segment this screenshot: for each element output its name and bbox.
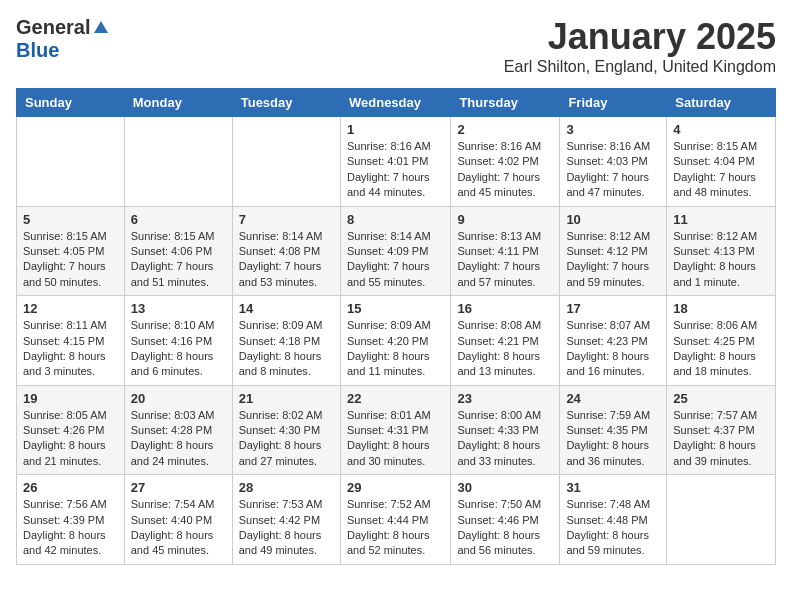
logo: General Blue [16,16,110,62]
header-day-saturday: Saturday [667,89,776,117]
day-info: Sunrise: 8:09 AM Sunset: 4:20 PM Dayligh… [347,318,444,380]
day-number: 30 [457,480,553,495]
calendar-cell: 15Sunrise: 8:09 AM Sunset: 4:20 PM Dayli… [340,296,450,386]
day-number: 6 [131,212,226,227]
day-info: Sunrise: 7:48 AM Sunset: 4:48 PM Dayligh… [566,497,660,559]
day-number: 9 [457,212,553,227]
calendar-cell: 4Sunrise: 8:15 AM Sunset: 4:04 PM Daylig… [667,117,776,207]
location-title: Earl Shilton, England, United Kingdom [504,58,776,76]
calendar-cell: 18Sunrise: 8:06 AM Sunset: 4:25 PM Dayli… [667,296,776,386]
day-info: Sunrise: 8:07 AM Sunset: 4:23 PM Dayligh… [566,318,660,380]
calendar-cell: 14Sunrise: 8:09 AM Sunset: 4:18 PM Dayli… [232,296,340,386]
day-info: Sunrise: 7:52 AM Sunset: 4:44 PM Dayligh… [347,497,444,559]
calendar-cell: 12Sunrise: 8:11 AM Sunset: 4:15 PM Dayli… [17,296,125,386]
calendar-cell: 17Sunrise: 8:07 AM Sunset: 4:23 PM Dayli… [560,296,667,386]
calendar-cell [232,117,340,207]
day-info: Sunrise: 8:14 AM Sunset: 4:09 PM Dayligh… [347,229,444,291]
day-info: Sunrise: 8:14 AM Sunset: 4:08 PM Dayligh… [239,229,334,291]
header-day-sunday: Sunday [17,89,125,117]
day-info: Sunrise: 8:10 AM Sunset: 4:16 PM Dayligh… [131,318,226,380]
day-info: Sunrise: 8:11 AM Sunset: 4:15 PM Dayligh… [23,318,118,380]
day-info: Sunrise: 7:53 AM Sunset: 4:42 PM Dayligh… [239,497,334,559]
day-number: 12 [23,301,118,316]
day-info: Sunrise: 8:03 AM Sunset: 4:28 PM Dayligh… [131,408,226,470]
day-info: Sunrise: 8:01 AM Sunset: 4:31 PM Dayligh… [347,408,444,470]
day-info: Sunrise: 7:59 AM Sunset: 4:35 PM Dayligh… [566,408,660,470]
day-info: Sunrise: 8:08 AM Sunset: 4:21 PM Dayligh… [457,318,553,380]
calendar-cell: 5Sunrise: 8:15 AM Sunset: 4:05 PM Daylig… [17,206,125,296]
calendar-cell: 3Sunrise: 8:16 AM Sunset: 4:03 PM Daylig… [560,117,667,207]
day-info: Sunrise: 8:16 AM Sunset: 4:03 PM Dayligh… [566,139,660,201]
day-number: 31 [566,480,660,495]
calendar-week-row: 26Sunrise: 7:56 AM Sunset: 4:39 PM Dayli… [17,475,776,565]
calendar-cell: 28Sunrise: 7:53 AM Sunset: 4:42 PM Dayli… [232,475,340,565]
header-day-wednesday: Wednesday [340,89,450,117]
logo-icon [92,19,110,37]
day-number: 15 [347,301,444,316]
day-info: Sunrise: 8:15 AM Sunset: 4:05 PM Dayligh… [23,229,118,291]
day-number: 25 [673,391,769,406]
day-number: 13 [131,301,226,316]
calendar-cell [667,475,776,565]
day-number: 28 [239,480,334,495]
calendar-cell: 25Sunrise: 7:57 AM Sunset: 4:37 PM Dayli… [667,385,776,475]
header-day-tuesday: Tuesday [232,89,340,117]
calendar-cell: 21Sunrise: 8:02 AM Sunset: 4:30 PM Dayli… [232,385,340,475]
day-info: Sunrise: 8:13 AM Sunset: 4:11 PM Dayligh… [457,229,553,291]
day-info: Sunrise: 7:50 AM Sunset: 4:46 PM Dayligh… [457,497,553,559]
day-number: 20 [131,391,226,406]
day-info: Sunrise: 8:12 AM Sunset: 4:13 PM Dayligh… [673,229,769,291]
day-number: 4 [673,122,769,137]
calendar: SundayMondayTuesdayWednesdayThursdayFrid… [16,88,776,565]
header: General Blue January 2025 Earl Shilton, … [16,16,776,76]
day-number: 24 [566,391,660,406]
day-info: Sunrise: 8:00 AM Sunset: 4:33 PM Dayligh… [457,408,553,470]
day-info: Sunrise: 8:15 AM Sunset: 4:04 PM Dayligh… [673,139,769,201]
day-number: 1 [347,122,444,137]
day-number: 18 [673,301,769,316]
calendar-cell: 11Sunrise: 8:12 AM Sunset: 4:13 PM Dayli… [667,206,776,296]
calendar-cell [124,117,232,207]
day-info: Sunrise: 7:57 AM Sunset: 4:37 PM Dayligh… [673,408,769,470]
day-number: 14 [239,301,334,316]
day-info: Sunrise: 8:12 AM Sunset: 4:12 PM Dayligh… [566,229,660,291]
calendar-cell: 6Sunrise: 8:15 AM Sunset: 4:06 PM Daylig… [124,206,232,296]
calendar-cell: 16Sunrise: 8:08 AM Sunset: 4:21 PM Dayli… [451,296,560,386]
calendar-cell: 20Sunrise: 8:03 AM Sunset: 4:28 PM Dayli… [124,385,232,475]
day-info: Sunrise: 8:15 AM Sunset: 4:06 PM Dayligh… [131,229,226,291]
day-number: 16 [457,301,553,316]
calendar-week-row: 12Sunrise: 8:11 AM Sunset: 4:15 PM Dayli… [17,296,776,386]
calendar-cell: 26Sunrise: 7:56 AM Sunset: 4:39 PM Dayli… [17,475,125,565]
header-day-thursday: Thursday [451,89,560,117]
month-title: January 2025 [504,16,776,58]
day-number: 21 [239,391,334,406]
calendar-cell: 8Sunrise: 8:14 AM Sunset: 4:09 PM Daylig… [340,206,450,296]
day-number: 29 [347,480,444,495]
calendar-cell: 13Sunrise: 8:10 AM Sunset: 4:16 PM Dayli… [124,296,232,386]
logo-general-text: General [16,16,90,39]
day-number: 27 [131,480,226,495]
day-number: 19 [23,391,118,406]
calendar-cell: 7Sunrise: 8:14 AM Sunset: 4:08 PM Daylig… [232,206,340,296]
day-info: Sunrise: 8:05 AM Sunset: 4:26 PM Dayligh… [23,408,118,470]
logo-blue-text: Blue [16,39,59,62]
calendar-cell: 1Sunrise: 8:16 AM Sunset: 4:01 PM Daylig… [340,117,450,207]
calendar-header-row: SundayMondayTuesdayWednesdayThursdayFrid… [17,89,776,117]
calendar-cell: 9Sunrise: 8:13 AM Sunset: 4:11 PM Daylig… [451,206,560,296]
day-info: Sunrise: 8:16 AM Sunset: 4:01 PM Dayligh… [347,139,444,201]
calendar-cell [17,117,125,207]
day-number: 2 [457,122,553,137]
day-number: 26 [23,480,118,495]
day-number: 11 [673,212,769,227]
calendar-cell: 10Sunrise: 8:12 AM Sunset: 4:12 PM Dayli… [560,206,667,296]
svg-marker-0 [94,21,108,33]
calendar-cell: 2Sunrise: 8:16 AM Sunset: 4:02 PM Daylig… [451,117,560,207]
day-info: Sunrise: 8:09 AM Sunset: 4:18 PM Dayligh… [239,318,334,380]
day-info: Sunrise: 7:56 AM Sunset: 4:39 PM Dayligh… [23,497,118,559]
day-number: 8 [347,212,444,227]
calendar-week-row: 5Sunrise: 8:15 AM Sunset: 4:05 PM Daylig… [17,206,776,296]
day-number: 22 [347,391,444,406]
calendar-week-row: 1Sunrise: 8:16 AM Sunset: 4:01 PM Daylig… [17,117,776,207]
day-info: Sunrise: 8:06 AM Sunset: 4:25 PM Dayligh… [673,318,769,380]
calendar-cell: 23Sunrise: 8:00 AM Sunset: 4:33 PM Dayli… [451,385,560,475]
